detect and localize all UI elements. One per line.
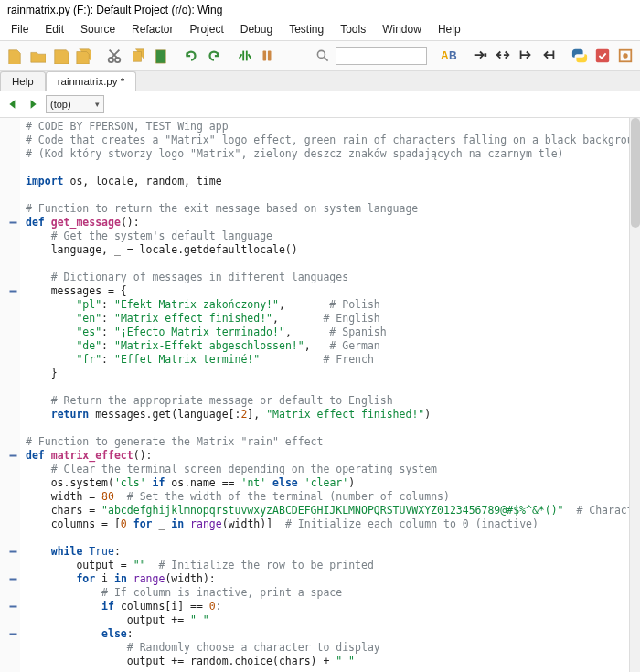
deploy-icon[interactable] (592, 45, 612, 67)
fold-marker[interactable] (9, 603, 17, 611)
replace-icon[interactable]: AB (440, 45, 459, 67)
fold-marker[interactable] (9, 219, 17, 227)
scrollbar-thumb[interactable] (631, 118, 640, 228)
copy-icon[interactable] (127, 45, 146, 67)
nav-bar: (top) ▾ (0, 91, 640, 118)
step-out-icon[interactable] (517, 45, 536, 67)
fold-marker[interactable] (9, 548, 17, 556)
fold-marker[interactable] (9, 575, 17, 583)
code-area[interactable]: # CODE BY FPERSON, TEST Wing app # Code … (20, 118, 629, 672)
vertical-scrollbar[interactable] (629, 118, 640, 672)
search-icon[interactable] (312, 45, 334, 67)
menu-debug[interactable]: Debug (233, 20, 280, 38)
nav-back[interactable] (5, 97, 20, 112)
step-into-icon[interactable] (471, 45, 490, 67)
menu-testing[interactable]: Testing (282, 20, 331, 38)
debug-icon[interactable] (235, 45, 254, 67)
step-over-icon[interactable] (494, 45, 513, 67)
fold-gutter[interactable] (0, 118, 20, 672)
save-icon[interactable] (51, 45, 70, 67)
svg-line-7 (325, 58, 328, 61)
svg-rect-3 (246, 51, 248, 61)
fold-marker[interactable] (9, 287, 17, 295)
fold-marker[interactable] (9, 452, 17, 460)
menu-file[interactable]: File (4, 20, 36, 38)
chevron-down-icon: ▾ (95, 100, 100, 109)
svg-rect-18 (10, 579, 17, 581)
svg-rect-19 (10, 606, 17, 608)
menu-source[interactable]: Source (73, 20, 123, 38)
svg-text:B: B (449, 49, 457, 62)
search-icon[interactable] (289, 45, 308, 67)
toolbar: AB (0, 41, 640, 71)
open-icon[interactable] (28, 45, 48, 67)
search-input[interactable] (336, 47, 427, 65)
save-all-icon[interactable] (74, 45, 93, 67)
menu-refactor[interactable]: Refactor (124, 20, 180, 38)
svg-rect-5 (268, 51, 272, 61)
menu-bar: FileEditSourceRefactorProjectDebugTestin… (0, 18, 640, 41)
stop-icon[interactable] (539, 45, 559, 67)
menu-help[interactable]: Help (431, 20, 468, 38)
svg-rect-11 (596, 49, 609, 62)
paste-icon[interactable] (150, 45, 169, 67)
svg-rect-20 (10, 634, 17, 635)
svg-rect-14 (10, 222, 17, 224)
tab-help[interactable]: Help (0, 71, 46, 91)
tab-rainmatrix-py-[interactable]: rainmatrix.py * (46, 71, 137, 91)
python-icon[interactable] (571, 45, 590, 67)
code-editor: # CODE BY FPERSON, TEST Wing app # Code … (0, 118, 640, 672)
nav-forward[interactable] (26, 97, 40, 112)
svg-rect-4 (263, 51, 267, 61)
menu-window[interactable]: Window (375, 20, 429, 38)
menu-project[interactable]: Project (182, 20, 230, 38)
refresh-icon[interactable] (615, 45, 635, 67)
svg-rect-15 (10, 291, 17, 293)
svg-rect-16 (10, 455, 17, 457)
svg-point-13 (623, 53, 627, 58)
svg-rect-2 (242, 51, 244, 61)
menu-edit[interactable]: Edit (37, 20, 71, 38)
redo-icon[interactable] (204, 45, 223, 67)
svg-text:A: A (441, 49, 449, 62)
menu-tools[interactable]: Tools (333, 20, 373, 38)
svg-point-6 (317, 50, 325, 58)
svg-rect-17 (10, 551, 17, 553)
window-title: rainmatrix.py (F:): Default Project (r/o… (0, 0, 640, 18)
scope-label: (top) (50, 99, 71, 110)
cut-icon[interactable] (105, 45, 124, 67)
scope-dropdown[interactable]: (top) ▾ (46, 95, 104, 113)
fold-marker[interactable] (9, 630, 17, 638)
svg-rect-10 (485, 53, 487, 57)
tab-strip: Helprainmatrix.py * (0, 71, 640, 91)
undo-icon[interactable] (181, 45, 200, 67)
break-icon[interactable] (258, 45, 277, 67)
new-file-icon[interactable] (5, 45, 25, 67)
